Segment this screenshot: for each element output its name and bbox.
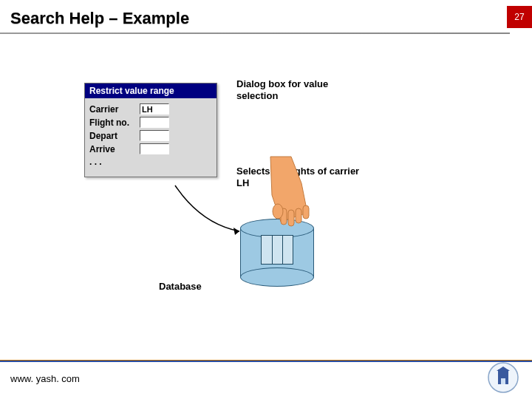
annotation-database: Database (159, 281, 202, 293)
arrive-input[interactable] (140, 143, 169, 154)
field-row-carrier: Carrier LH (89, 103, 212, 115)
footer-logo-icon (488, 362, 519, 393)
footer-divider (0, 360, 532, 362)
svg-rect-2 (288, 210, 294, 226)
field-row-arrive: Arrive (89, 143, 212, 154)
footer-url: www. yash. com (10, 373, 80, 384)
field-row-more: . . . (89, 157, 212, 167)
field-row-depart: Depart (89, 130, 212, 141)
dialog-body: Carrier LH Flight no. Depart Arrive . . … (85, 98, 216, 177)
flight-label: Flight no. (89, 117, 140, 128)
carrier-input[interactable]: LH (140, 103, 169, 115)
svg-rect-9 (501, 378, 505, 384)
page-number-badge: 27 (507, 6, 532, 28)
dialog-title-bar: Restrict value range (85, 83, 216, 98)
arrive-label: Arrive (89, 144, 140, 154)
svg-marker-0 (233, 228, 239, 235)
restrict-value-range-dialog: Restrict value range Carrier LH Flight n… (84, 83, 217, 177)
field-row-flight: Flight no. (89, 117, 212, 128)
depart-label: Depart (89, 131, 140, 141)
depart-input[interactable] (140, 130, 169, 141)
carrier-label: Carrier (89, 104, 140, 115)
svg-point-5 (273, 204, 283, 219)
annotation-dialog-box: Dialog box for value selection (236, 78, 340, 103)
header-divider (0, 33, 510, 34)
flight-input[interactable] (140, 117, 169, 128)
hand-grab-icon (256, 154, 322, 228)
svg-rect-4 (303, 205, 309, 219)
more-label: . . . (89, 157, 140, 167)
slide-title: Search Help – Example (10, 9, 189, 28)
database-icon (240, 219, 314, 287)
svg-rect-3 (296, 208, 301, 223)
slide-header: Search Help – Example 27 (0, 6, 532, 35)
